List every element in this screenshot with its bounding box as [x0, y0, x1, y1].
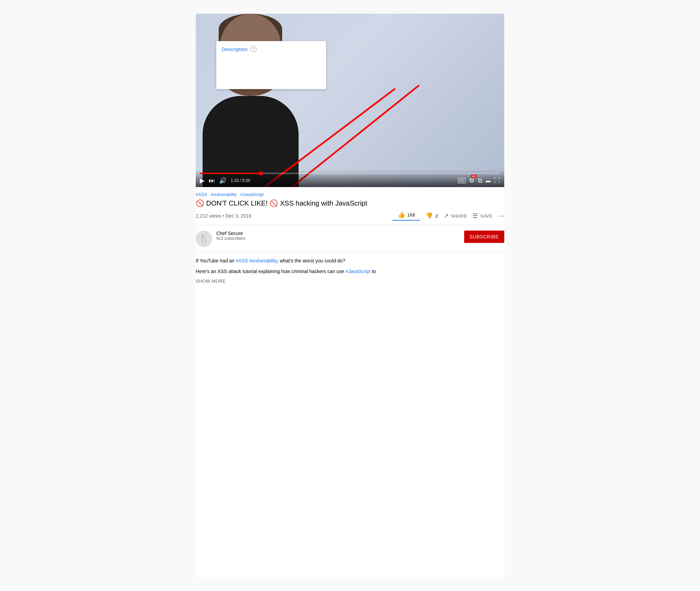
- page-container: Description ?: [196, 14, 504, 577]
- controls-row: ▶ ⏭ 🔊 1:10 / 5:20 CC: [200, 177, 500, 184]
- share-icon: ↗: [444, 212, 449, 220]
- skip-button[interactable]: ⏭: [209, 177, 215, 184]
- no-icon-2: 🚫: [269, 199, 278, 207]
- meta-row: 2,212 views • Dec 3, 2018 👍 168 👎 2: [196, 211, 504, 225]
- channel-subscribers: 913 subscribers: [216, 236, 464, 241]
- description-help-icon: ?: [250, 46, 256, 52]
- theater-button[interactable]: ▬: [486, 178, 491, 183]
- like-count: 168: [407, 212, 415, 218]
- video-controls: ▶ ⏭ 🔊 1:10 / 5:20 CC: [196, 170, 504, 187]
- save-icon: ☰: [472, 212, 478, 220]
- time-display: 1:10 / 5:20: [231, 178, 250, 183]
- miniplayer-button[interactable]: ⧉: [478, 177, 482, 184]
- fullscreen-button[interactable]: ⛶: [494, 177, 500, 184]
- title-text-2: XSS hacking with JavaScript: [280, 199, 367, 207]
- theater-icon: ▬: [486, 178, 491, 183]
- video-background: Description ?: [196, 14, 504, 187]
- more-button[interactable]: ···: [498, 212, 504, 220]
- desc-xss-link[interactable]: #XSS: [236, 258, 248, 263]
- tags-row: #XSS #vulnerability #JavaScript: [196, 191, 504, 197]
- desc-js-link[interactable]: #JavaScript: [346, 269, 371, 274]
- progress-dot: [259, 171, 263, 175]
- fullscreen-icon: ⛶: [494, 177, 500, 184]
- controls-left: ▶ ⏭ 🔊 1:10 / 5:20: [200, 177, 250, 184]
- skip-icon: ⏭: [209, 177, 215, 184]
- title-text: DON'T CLICK LIKE!: [206, 199, 270, 207]
- settings-icon: ⚙: [469, 177, 474, 184]
- dislike-icon: 👎: [425, 212, 433, 220]
- view-info: 2,212 views • Dec 3, 2018: [196, 213, 251, 219]
- settings-button[interactable]: ⚙ HD: [469, 177, 474, 184]
- cc-icon: CC: [458, 178, 466, 183]
- controls-right: CC ⚙ HD ⧉ ▬ ⛶: [458, 177, 500, 184]
- no-icon-1: 🚫: [196, 199, 204, 207]
- play-button[interactable]: ▶: [200, 177, 205, 184]
- channel-name[interactable]: Chef Secure: [216, 231, 464, 236]
- view-count: 2,212 views • Dec 3, 2018: [196, 213, 251, 219]
- description-header: Description ?: [222, 46, 321, 52]
- subscribe-button[interactable]: SUBSCRIBE: [464, 231, 504, 243]
- tag-xss[interactable]: #XSS: [196, 192, 207, 197]
- like-icon: 👍: [398, 211, 406, 219]
- hd-badge: HD: [471, 175, 476, 178]
- miniplayer-icon: ⧉: [478, 177, 482, 184]
- avatar-icon: 🍴: [199, 234, 209, 244]
- cc-button[interactable]: CC: [458, 178, 466, 183]
- tag-javascript[interactable]: #JavaScript: [240, 192, 264, 197]
- save-button[interactable]: ☰ SAVE: [472, 212, 492, 220]
- description-line-2: Here's an XSS attack tutorial explaining…: [196, 268, 504, 275]
- progress-bar-fill: [200, 173, 263, 174]
- tag-vulnerability[interactable]: #vulnerability: [211, 192, 237, 197]
- description-label: Description: [222, 46, 248, 52]
- description-overlay: Description ?: [216, 41, 326, 89]
- progress-bar[interactable]: [200, 173, 500, 174]
- show-more-button[interactable]: SHOW MORE: [196, 279, 226, 284]
- play-icon: ▶: [200, 177, 205, 184]
- video-player[interactable]: Description ?: [196, 14, 504, 187]
- video-info: #XSS #vulnerability #JavaScript 🚫 DON'T …: [196, 187, 504, 288]
- channel-info: Chef Secure 913 subscribers: [216, 231, 464, 241]
- description-line-1: If YouTube had an #XSS #vulnerability, w…: [196, 257, 504, 264]
- like-bar: [393, 220, 420, 221]
- video-title: 🚫 DON'T CLICK LIKE! 🚫 XSS hacking with J…: [196, 199, 504, 208]
- share-label: SHARE: [451, 213, 467, 219]
- share-button[interactable]: ↗ SHARE: [444, 212, 467, 220]
- channel-avatar[interactable]: 🍴: [196, 231, 212, 247]
- like-button[interactable]: 👍 168: [398, 211, 415, 219]
- dislike-count: 2: [435, 213, 438, 219]
- desc-vuln-link[interactable]: #vulnerability: [250, 258, 277, 263]
- channel-row: 🍴 Chef Secure 913 subscribers SUBSCRIBE: [196, 225, 504, 253]
- description-section: If YouTube had an #XSS #vulnerability, w…: [196, 253, 504, 288]
- save-label: SAVE: [480, 213, 493, 219]
- dislike-button[interactable]: 👎 2: [425, 212, 438, 220]
- volume-icon: 🔊: [219, 177, 227, 184]
- volume-button[interactable]: 🔊: [219, 177, 227, 184]
- actions-row: 👍 168 👎 2 ↗ SHARE ☰ SAVE ···: [393, 211, 504, 221]
